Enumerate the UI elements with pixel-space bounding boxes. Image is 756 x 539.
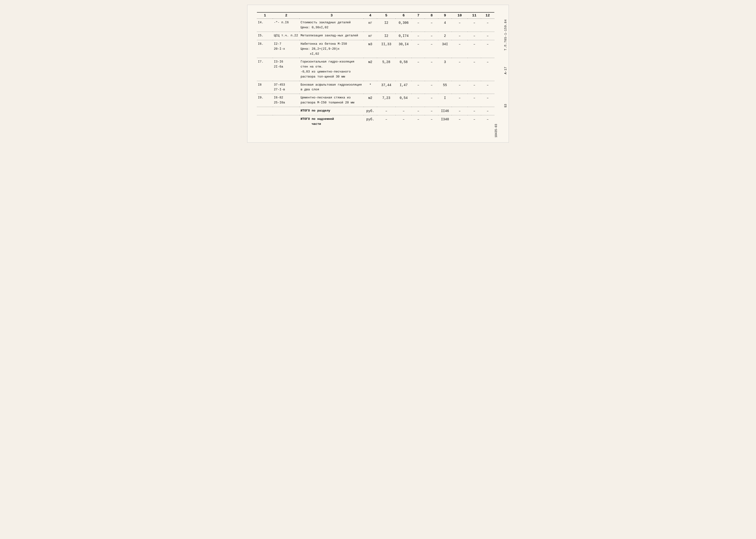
cell-row15-col1: I5. xyxy=(257,32,273,40)
bottom-right-label: 10435-03 xyxy=(495,124,498,138)
cell-row18-col12: – xyxy=(481,81,494,94)
cell-row18-col2: 37-453 27-I-в xyxy=(273,81,299,94)
cell-row16-col8: – xyxy=(425,40,438,58)
cell-row19-col9: I xyxy=(438,94,452,107)
cell-row15-col4: кг xyxy=(364,32,377,40)
cell-row18-col7: – xyxy=(412,81,425,94)
col-header-9: 9 xyxy=(438,12,452,19)
cell-total2-col9: I340 xyxy=(438,115,452,128)
cell-total2-col12: – xyxy=(481,115,494,128)
cell-row15-col7: – xyxy=(412,32,425,40)
cell-total1-col12: – xyxy=(481,107,494,115)
cell-row18-col8: – xyxy=(425,81,438,94)
cell-row14-col10: – xyxy=(452,19,468,32)
table-row: I9.I6-82 25-I0аЦементно-песчаная стяжка … xyxy=(257,94,494,107)
label-bottom-right: Б3 xyxy=(504,104,507,107)
cell-row17-col7: – xyxy=(412,58,425,81)
cell-row17-col6: 0,58 xyxy=(396,58,412,81)
cell-row16-col4: м3 xyxy=(364,40,377,58)
cell-row14-col8: – xyxy=(425,19,438,32)
cell-row14-col12: – xyxy=(481,19,494,32)
cell-row17-col4: м2 xyxy=(364,58,377,81)
cell-row17-col5: 5,28 xyxy=(377,58,396,81)
col-header-11: 11 xyxy=(468,12,481,19)
main-table: 1 2 3 4 5 6 7 8 9 10 11 12 I4.-"- п.I6Ст… xyxy=(257,12,494,128)
cell-row14-col5: I2 xyxy=(377,19,396,32)
cell-row18-col3: Боковая асфальтовая гидроизоляция в два … xyxy=(299,81,364,94)
cell-row16-col5: II,33 xyxy=(377,40,396,58)
cell-total1-col1 xyxy=(257,107,273,115)
cell-row18-col11: – xyxy=(468,81,481,94)
col-header-1: 1 xyxy=(257,12,273,19)
cell-row14-col7: – xyxy=(412,19,425,32)
cell-row16-col6: 30,I4 xyxy=(396,40,412,58)
cell-row16-col1: I6. xyxy=(257,40,273,58)
cell-total2-col4: руб. xyxy=(364,115,377,128)
cell-total2-col1 xyxy=(257,115,273,128)
col-header-4: 4 xyxy=(364,12,377,19)
cell-row14-col9: 4 xyxy=(438,19,452,32)
cell-row15-col12: – xyxy=(481,32,494,40)
col-header-2: 2 xyxy=(273,12,299,19)
cell-row19-col1: I9. xyxy=(257,94,273,107)
col-header-12: 12 xyxy=(481,12,494,19)
cell-total2-col7: – xyxy=(412,115,425,128)
cell-row19-col5: 7,23 xyxy=(377,94,396,107)
cell-total1-col5: – xyxy=(377,107,396,115)
cell-row16-col10: – xyxy=(452,40,468,58)
cell-row14-col4: кг xyxy=(364,19,377,32)
table-row: I7.I3-I6 2I-6аГоризонтальная гидро-изоля… xyxy=(257,58,494,81)
cell-row16-col12: – xyxy=(481,40,494,58)
cell-total1-col9: II46 xyxy=(438,107,452,115)
cell-total1-col7: – xyxy=(412,107,425,115)
cell-row18-col10: – xyxy=(452,81,468,94)
cell-row15-col10: – xyxy=(452,32,468,40)
cell-total1-col4: руб. xyxy=(364,107,377,115)
cell-total1-col11: – xyxy=(468,107,481,115)
cell-total2-col8: – xyxy=(425,115,438,128)
table-row: ИТОГО по надземной частируб.––––I340––– xyxy=(257,115,494,128)
cell-row19-col3: Цементно-песчаная стяжка из раствора М-I… xyxy=(299,94,364,107)
cell-total2-col3: ИТОГО по надземной части xyxy=(299,115,364,128)
cell-total1-col6: – xyxy=(396,107,412,115)
cell-row14-col3: Стоимость закладных деталей Цена: 0,30хI… xyxy=(299,19,364,32)
cell-row19-col4: м2 xyxy=(364,94,377,107)
cell-row15-col5: I2 xyxy=(377,32,396,40)
cell-total2-col5: – xyxy=(377,115,396,128)
cell-row16-col7: – xyxy=(412,40,425,58)
col-header-6: 6 xyxy=(396,12,412,19)
cell-row18-col1: I8 xyxy=(257,81,273,94)
cell-row17-col10: – xyxy=(452,58,468,81)
cell-row14-col6: 0,306 xyxy=(396,19,412,32)
cell-total2-col6: – xyxy=(396,115,412,128)
cell-row16-col9: 34I xyxy=(438,40,452,58)
cell-row19-col8: – xyxy=(425,94,438,107)
cell-row15-col3: Металлизация заклад-ных деталей xyxy=(299,32,364,40)
cell-row19-col2: I6-82 25-I0а xyxy=(273,94,299,107)
col-header-5: 5 xyxy=(377,12,396,19)
cell-total1-col2 xyxy=(273,107,299,115)
table-row: ИТОГО по разделуруб.––––II46––– xyxy=(257,107,494,115)
cell-total1-col3: ИТОГО по разделу xyxy=(299,107,364,115)
cell-row16-col3: Набетонка из бетона М-I50 Цена: 28,2+(2I… xyxy=(299,40,364,58)
label-mid-right: А-17 xyxy=(504,67,507,74)
col-header-3: 3 xyxy=(299,12,364,19)
page-container: Т.П.70S-1-159.84 А-17 Б3 1 2 3 4 5 xyxy=(247,5,509,143)
cell-row15-col2: ЦСЦ т.ч. п.22 xyxy=(273,32,299,40)
cell-row15-col9: 2 xyxy=(438,32,452,40)
cell-row14-col2: -"- п.I6 xyxy=(273,19,299,32)
cell-total2-col10: – xyxy=(452,115,468,128)
cell-total2-col2 xyxy=(273,115,299,128)
column-headers: 1 2 3 4 5 6 7 8 9 10 11 12 xyxy=(257,12,494,19)
cell-row14-col11: – xyxy=(468,19,481,32)
cell-row18-col5: 37,44 xyxy=(377,81,396,94)
cell-row17-col8: – xyxy=(425,58,438,81)
cell-row17-col1: I7. xyxy=(257,58,273,81)
cell-row19-col12: – xyxy=(481,94,494,107)
cell-row19-col10: – xyxy=(452,94,468,107)
col-header-10: 10 xyxy=(452,12,468,19)
table-row: I837-453 27-I-вБоковая асфальтовая гидро… xyxy=(257,81,494,94)
cell-row17-col2: I3-I6 2I-6а xyxy=(273,58,299,81)
cell-row19-col7: – xyxy=(412,94,425,107)
cell-row16-col2: I2-7 20-I-x xyxy=(273,40,299,58)
